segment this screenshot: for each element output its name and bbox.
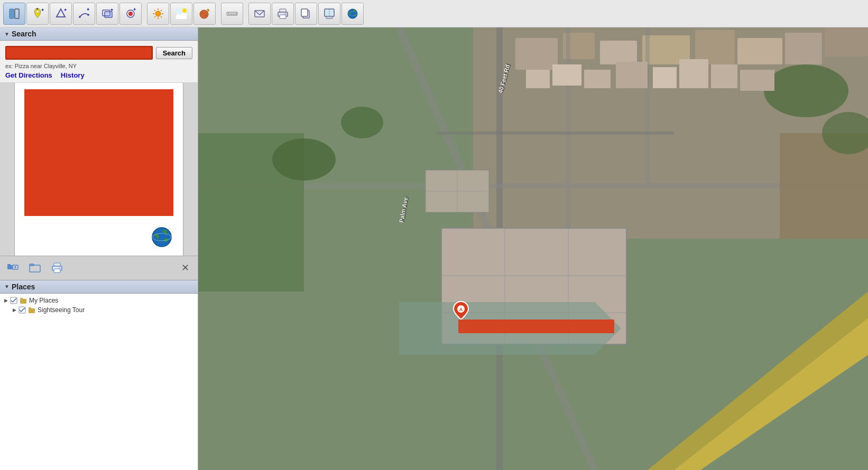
checkbox-icon[interactable] bbox=[10, 297, 17, 304]
svg-rect-58 bbox=[7, 265, 13, 269]
svg-rect-63 bbox=[30, 265, 40, 272]
places-item-sightseeing-label: Sightseeing Tour bbox=[38, 306, 85, 314]
add-folder-button[interactable] bbox=[4, 259, 21, 276]
places-item-my-places[interactable]: ▶ My Places bbox=[4, 296, 193, 305]
search-links: Get Directions History bbox=[5, 71, 192, 79]
svg-text:+: + bbox=[133, 7, 136, 12]
sidebar-bottom-toolbar: ✕ bbox=[0, 256, 198, 280]
mars-button[interactable] bbox=[193, 3, 216, 25]
map-area[interactable]: 40 Feet Rd Palm Ave A bbox=[198, 27, 868, 470]
add-path-button[interactable]: + bbox=[73, 3, 95, 25]
svg-point-46 bbox=[285, 13, 287, 15]
search-section-header[interactable]: ▼ Search bbox=[0, 27, 198, 41]
image-overlay-button[interactable]: + bbox=[96, 3, 118, 25]
close-sidebar-button[interactable]: ✕ bbox=[177, 259, 193, 276]
search-section-title: Search bbox=[12, 30, 36, 38]
copy-button[interactable] bbox=[295, 3, 317, 25]
places-item-my-places-label: My Places bbox=[29, 297, 58, 304]
share-button[interactable] bbox=[318, 3, 340, 25]
places-collapse-icon: ▼ bbox=[4, 284, 10, 289]
preview-panel bbox=[0, 83, 198, 256]
email-button[interactable] bbox=[248, 3, 271, 25]
svg-point-31 bbox=[204, 15, 207, 16]
svg-point-104 bbox=[341, 107, 383, 138]
svg-text:+: + bbox=[64, 7, 67, 13]
sunlight-button[interactable] bbox=[147, 3, 169, 25]
svg-rect-82 bbox=[737, 38, 782, 64]
svg-rect-73 bbox=[29, 308, 35, 313]
record-tour-button[interactable]: + bbox=[119, 3, 142, 25]
svg-point-27 bbox=[182, 8, 187, 13]
svg-text:+: + bbox=[110, 7, 113, 13]
svg-rect-77 bbox=[515, 38, 558, 70]
svg-line-22 bbox=[154, 10, 155, 11]
preview-inner bbox=[14, 83, 183, 256]
places-section-title: Places bbox=[12, 283, 35, 291]
svg-rect-84 bbox=[825, 27, 868, 57]
svg-rect-1 bbox=[15, 9, 19, 18]
svg-rect-59 bbox=[7, 264, 11, 266]
result-label-bar bbox=[458, 319, 614, 333]
preview-red-block bbox=[24, 89, 173, 216]
svg-point-105 bbox=[764, 64, 848, 117]
sky-button[interactable] bbox=[170, 3, 192, 25]
svg-text:+: + bbox=[87, 7, 89, 12]
ruler-button[interactable] bbox=[221, 3, 243, 25]
map-canvas: 40 Feet Rd Palm Ave A bbox=[198, 27, 868, 470]
svg-point-17 bbox=[155, 11, 161, 16]
toggle-sidebar-button[interactable] bbox=[3, 3, 25, 25]
sidebar: ▼ Search Search ex: Pizza near Clayville… bbox=[0, 27, 198, 470]
svg-rect-111 bbox=[653, 67, 677, 88]
places-expand-arrow: ▶ bbox=[4, 298, 8, 303]
earth-button[interactable] bbox=[341, 3, 364, 25]
svg-rect-113 bbox=[711, 64, 737, 88]
svg-rect-49 bbox=[325, 9, 334, 16]
checkbox-sub-icon[interactable] bbox=[19, 306, 26, 314]
print-sidebar-button[interactable] bbox=[49, 259, 66, 276]
search-example-text: ex: Pizza near Clayville, NY bbox=[5, 63, 192, 69]
folder-icon bbox=[20, 297, 27, 304]
svg-point-68 bbox=[59, 268, 61, 269]
svg-point-30 bbox=[201, 12, 204, 14]
svg-rect-109 bbox=[584, 70, 611, 88]
svg-rect-114 bbox=[740, 70, 774, 91]
svg-rect-107 bbox=[526, 70, 550, 88]
svg-point-8 bbox=[79, 16, 81, 18]
print-button[interactable] bbox=[272, 3, 294, 25]
add-placemark-button[interactable]: + bbox=[26, 3, 49, 25]
svg-rect-79 bbox=[600, 41, 637, 64]
search-row: Search bbox=[5, 46, 192, 60]
svg-line-23 bbox=[161, 16, 162, 17]
get-directions-link[interactable]: Get Directions bbox=[5, 71, 52, 79]
main-area: ▼ Search Search ex: Pizza near Clayville… bbox=[0, 27, 868, 470]
places-section-header[interactable]: ▼ Places bbox=[0, 280, 198, 294]
svg-text:+: + bbox=[41, 7, 44, 13]
search-panel: Search ex: Pizza near Clayville, NY Get … bbox=[0, 41, 198, 83]
add-polygon-button[interactable]: + bbox=[50, 3, 72, 25]
svg-rect-70 bbox=[20, 299, 26, 304]
places-content: ▶ My Places ▶ bbox=[0, 294, 198, 471]
svg-rect-0 bbox=[10, 9, 14, 18]
folder-sub-icon bbox=[28, 306, 35, 314]
svg-point-15 bbox=[128, 12, 133, 16]
svg-rect-48 bbox=[301, 9, 308, 16]
svg-line-25 bbox=[154, 16, 155, 17]
svg-rect-67 bbox=[54, 269, 60, 272]
svg-rect-45 bbox=[280, 15, 286, 18]
preview-globe-icon bbox=[150, 225, 173, 249]
search-input[interactable] bbox=[5, 46, 153, 60]
places-item-sightseeing[interactable]: ▶ Sightseeing Tour bbox=[4, 305, 193, 315]
svg-rect-65 bbox=[54, 263, 60, 266]
main-toolbar: + + + + + bbox=[0, 0, 868, 27]
svg-rect-71 bbox=[20, 298, 23, 299]
svg-rect-108 bbox=[552, 64, 581, 86]
svg-rect-43 bbox=[280, 9, 286, 12]
svg-rect-110 bbox=[616, 62, 648, 88]
search-button[interactable]: Search bbox=[156, 47, 192, 59]
svg-rect-74 bbox=[29, 307, 31, 309]
new-folder-button[interactable] bbox=[26, 259, 43, 276]
svg-rect-50 bbox=[326, 16, 333, 18]
search-collapse-icon: ▼ bbox=[4, 31, 10, 37]
svg-text:A: A bbox=[459, 307, 463, 312]
history-link[interactable]: History bbox=[61, 71, 85, 79]
